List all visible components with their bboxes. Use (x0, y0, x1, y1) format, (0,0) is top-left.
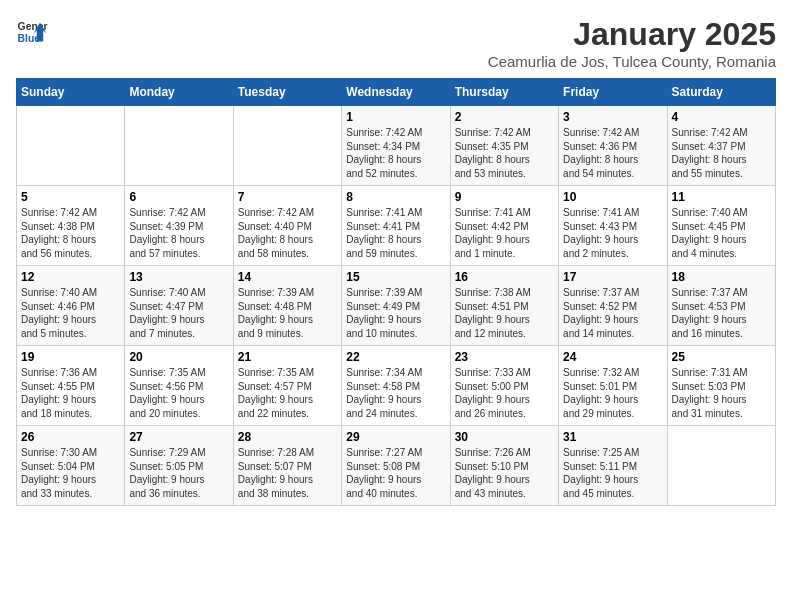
day-number: 18 (672, 270, 771, 284)
day-number: 4 (672, 110, 771, 124)
calendar-table: SundayMondayTuesdayWednesdayThursdayFrid… (16, 78, 776, 506)
logo-icon: General Blue (16, 16, 48, 48)
day-number: 25 (672, 350, 771, 364)
day-info: Sunrise: 7:42 AM Sunset: 4:35 PM Dayligh… (455, 126, 554, 180)
calendar-cell: 5Sunrise: 7:42 AM Sunset: 4:38 PM Daylig… (17, 186, 125, 266)
weekday-header-friday: Friday (559, 79, 667, 106)
day-info: Sunrise: 7:42 AM Sunset: 4:39 PM Dayligh… (129, 206, 228, 260)
calendar-cell: 17Sunrise: 7:37 AM Sunset: 4:52 PM Dayli… (559, 266, 667, 346)
calendar-cell: 7Sunrise: 7:42 AM Sunset: 4:40 PM Daylig… (233, 186, 341, 266)
calendar-cell: 15Sunrise: 7:39 AM Sunset: 4:49 PM Dayli… (342, 266, 450, 346)
calendar-cell: 9Sunrise: 7:41 AM Sunset: 4:42 PM Daylig… (450, 186, 558, 266)
calendar-cell: 24Sunrise: 7:32 AM Sunset: 5:01 PM Dayli… (559, 346, 667, 426)
calendar-week-5: 26Sunrise: 7:30 AM Sunset: 5:04 PM Dayli… (17, 426, 776, 506)
day-info: Sunrise: 7:34 AM Sunset: 4:58 PM Dayligh… (346, 366, 445, 420)
calendar-cell (667, 426, 775, 506)
calendar-subtitle: Ceamurlia de Jos, Tulcea County, Romania (488, 53, 776, 70)
day-info: Sunrise: 7:37 AM Sunset: 4:53 PM Dayligh… (672, 286, 771, 340)
day-info: Sunrise: 7:35 AM Sunset: 4:56 PM Dayligh… (129, 366, 228, 420)
day-info: Sunrise: 7:42 AM Sunset: 4:34 PM Dayligh… (346, 126, 445, 180)
day-number: 20 (129, 350, 228, 364)
day-number: 27 (129, 430, 228, 444)
day-number: 15 (346, 270, 445, 284)
day-info: Sunrise: 7:27 AM Sunset: 5:08 PM Dayligh… (346, 446, 445, 500)
calendar-cell: 2Sunrise: 7:42 AM Sunset: 4:35 PM Daylig… (450, 106, 558, 186)
day-number: 14 (238, 270, 337, 284)
weekday-header-wednesday: Wednesday (342, 79, 450, 106)
day-number: 13 (129, 270, 228, 284)
calendar-cell: 25Sunrise: 7:31 AM Sunset: 5:03 PM Dayli… (667, 346, 775, 426)
day-number: 26 (21, 430, 120, 444)
day-info: Sunrise: 7:39 AM Sunset: 4:48 PM Dayligh… (238, 286, 337, 340)
calendar-week-1: 1Sunrise: 7:42 AM Sunset: 4:34 PM Daylig… (17, 106, 776, 186)
day-info: Sunrise: 7:31 AM Sunset: 5:03 PM Dayligh… (672, 366, 771, 420)
calendar-cell: 4Sunrise: 7:42 AM Sunset: 4:37 PM Daylig… (667, 106, 775, 186)
day-info: Sunrise: 7:33 AM Sunset: 5:00 PM Dayligh… (455, 366, 554, 420)
day-info: Sunrise: 7:42 AM Sunset: 4:40 PM Dayligh… (238, 206, 337, 260)
day-info: Sunrise: 7:42 AM Sunset: 4:38 PM Dayligh… (21, 206, 120, 260)
calendar-cell (233, 106, 341, 186)
calendar-cell: 29Sunrise: 7:27 AM Sunset: 5:08 PM Dayli… (342, 426, 450, 506)
day-info: Sunrise: 7:41 AM Sunset: 4:41 PM Dayligh… (346, 206, 445, 260)
day-info: Sunrise: 7:39 AM Sunset: 4:49 PM Dayligh… (346, 286, 445, 340)
weekday-header-row: SundayMondayTuesdayWednesdayThursdayFrid… (17, 79, 776, 106)
calendar-cell: 8Sunrise: 7:41 AM Sunset: 4:41 PM Daylig… (342, 186, 450, 266)
day-number: 19 (21, 350, 120, 364)
weekday-header-thursday: Thursday (450, 79, 558, 106)
day-info: Sunrise: 7:40 AM Sunset: 4:47 PM Dayligh… (129, 286, 228, 340)
day-info: Sunrise: 7:28 AM Sunset: 5:07 PM Dayligh… (238, 446, 337, 500)
day-info: Sunrise: 7:25 AM Sunset: 5:11 PM Dayligh… (563, 446, 662, 500)
day-number: 21 (238, 350, 337, 364)
calendar-title: January 2025 (488, 16, 776, 53)
calendar-cell (125, 106, 233, 186)
day-number: 24 (563, 350, 662, 364)
calendar-cell: 14Sunrise: 7:39 AM Sunset: 4:48 PM Dayli… (233, 266, 341, 346)
day-number: 12 (21, 270, 120, 284)
weekday-header-monday: Monday (125, 79, 233, 106)
day-number: 16 (455, 270, 554, 284)
day-info: Sunrise: 7:42 AM Sunset: 4:37 PM Dayligh… (672, 126, 771, 180)
weekday-header-saturday: Saturday (667, 79, 775, 106)
calendar-cell: 6Sunrise: 7:42 AM Sunset: 4:39 PM Daylig… (125, 186, 233, 266)
day-number: 3 (563, 110, 662, 124)
day-number: 6 (129, 190, 228, 204)
day-info: Sunrise: 7:35 AM Sunset: 4:57 PM Dayligh… (238, 366, 337, 420)
calendar-cell: 26Sunrise: 7:30 AM Sunset: 5:04 PM Dayli… (17, 426, 125, 506)
calendar-cell: 10Sunrise: 7:41 AM Sunset: 4:43 PM Dayli… (559, 186, 667, 266)
calendar-cell: 23Sunrise: 7:33 AM Sunset: 5:00 PM Dayli… (450, 346, 558, 426)
calendar-cell: 31Sunrise: 7:25 AM Sunset: 5:11 PM Dayli… (559, 426, 667, 506)
calendar-cell: 12Sunrise: 7:40 AM Sunset: 4:46 PM Dayli… (17, 266, 125, 346)
day-number: 30 (455, 430, 554, 444)
day-number: 31 (563, 430, 662, 444)
day-info: Sunrise: 7:40 AM Sunset: 4:45 PM Dayligh… (672, 206, 771, 260)
header: General Blue January 2025 Ceamurlia de J… (16, 16, 776, 70)
calendar-cell: 19Sunrise: 7:36 AM Sunset: 4:55 PM Dayli… (17, 346, 125, 426)
day-number: 1 (346, 110, 445, 124)
calendar-cell: 21Sunrise: 7:35 AM Sunset: 4:57 PM Dayli… (233, 346, 341, 426)
day-info: Sunrise: 7:29 AM Sunset: 5:05 PM Dayligh… (129, 446, 228, 500)
calendar-cell: 22Sunrise: 7:34 AM Sunset: 4:58 PM Dayli… (342, 346, 450, 426)
day-info: Sunrise: 7:38 AM Sunset: 4:51 PM Dayligh… (455, 286, 554, 340)
day-number: 10 (563, 190, 662, 204)
day-info: Sunrise: 7:32 AM Sunset: 5:01 PM Dayligh… (563, 366, 662, 420)
calendar-cell: 20Sunrise: 7:35 AM Sunset: 4:56 PM Dayli… (125, 346, 233, 426)
day-info: Sunrise: 7:37 AM Sunset: 4:52 PM Dayligh… (563, 286, 662, 340)
calendar-week-3: 12Sunrise: 7:40 AM Sunset: 4:46 PM Dayli… (17, 266, 776, 346)
day-info: Sunrise: 7:41 AM Sunset: 4:42 PM Dayligh… (455, 206, 554, 260)
calendar-cell: 16Sunrise: 7:38 AM Sunset: 4:51 PM Dayli… (450, 266, 558, 346)
day-info: Sunrise: 7:30 AM Sunset: 5:04 PM Dayligh… (21, 446, 120, 500)
day-number: 17 (563, 270, 662, 284)
calendar-cell: 18Sunrise: 7:37 AM Sunset: 4:53 PM Dayli… (667, 266, 775, 346)
day-info: Sunrise: 7:36 AM Sunset: 4:55 PM Dayligh… (21, 366, 120, 420)
title-area: January 2025 Ceamurlia de Jos, Tulcea Co… (488, 16, 776, 70)
calendar-cell: 30Sunrise: 7:26 AM Sunset: 5:10 PM Dayli… (450, 426, 558, 506)
calendar-week-4: 19Sunrise: 7:36 AM Sunset: 4:55 PM Dayli… (17, 346, 776, 426)
day-info: Sunrise: 7:42 AM Sunset: 4:36 PM Dayligh… (563, 126, 662, 180)
calendar-header: SundayMondayTuesdayWednesdayThursdayFrid… (17, 79, 776, 106)
calendar-cell: 11Sunrise: 7:40 AM Sunset: 4:45 PM Dayli… (667, 186, 775, 266)
day-number: 8 (346, 190, 445, 204)
svg-text:General: General (18, 21, 48, 32)
day-number: 11 (672, 190, 771, 204)
day-number: 5 (21, 190, 120, 204)
day-info: Sunrise: 7:41 AM Sunset: 4:43 PM Dayligh… (563, 206, 662, 260)
